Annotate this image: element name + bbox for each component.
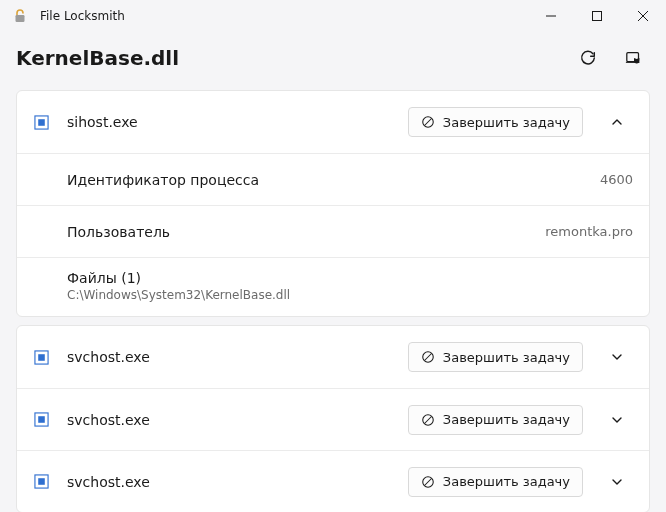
end-task-button[interactable]: Завершить задачу [408,405,583,435]
process-row[interactable]: svchost.exe Завершить задачу [17,326,649,388]
app-title: File Locksmith [40,9,125,23]
header: KernelBase.dll [0,38,666,78]
process-name: svchost.exe [67,412,150,428]
chevron-down-icon [611,351,623,363]
pid-label: Идентификатор процесса [67,172,259,188]
svg-rect-0 [16,15,25,22]
detail-pid-row: Идентификатор процесса 4600 [17,153,649,205]
minimize-button[interactable] [528,0,574,32]
prohibit-icon [421,115,435,129]
reload-button[interactable] [572,42,604,74]
chevron-up-icon [611,116,623,128]
end-task-label: Завершить задачу [443,350,570,365]
process-name: sihost.exe [67,114,138,130]
prohibit-icon [421,413,435,427]
prohibit-icon [421,475,435,489]
process-icon [33,474,49,490]
process-row[interactable]: svchost.exe Завершить задачу [17,388,649,450]
detail-user-row: Пользователь remontka.pro [17,205,649,257]
admin-restart-button[interactable] [618,42,650,74]
chevron-down-icon [611,414,623,426]
expander-toggle[interactable] [601,404,633,436]
expander-toggle[interactable] [601,106,633,138]
end-task-label: Завершить задачу [443,115,570,130]
process-icon [33,114,49,130]
window-controls [528,0,666,32]
titlebar: File Locksmith [0,0,666,32]
chevron-down-icon [611,476,623,488]
end-task-button[interactable]: Завершить задачу [408,467,583,497]
process-list[interactable]: sihost.exe Завершить задачу Идентификато… [0,78,666,512]
end-task-button[interactable]: Завершить задачу [408,342,583,372]
process-row[interactable]: svchost.exe Завершить задачу [17,450,649,512]
svg-rect-8 [38,354,45,361]
process-row[interactable]: sihost.exe Завершить задачу [17,91,649,153]
svg-rect-11 [38,416,45,423]
maximize-button[interactable] [574,0,620,32]
header-actions [572,42,650,74]
close-button[interactable] [620,0,666,32]
user-value: remontka.pro [545,224,633,239]
end-task-button[interactable]: Завершить задачу [408,107,583,137]
prohibit-icon [421,350,435,364]
expander-toggle[interactable] [601,466,633,498]
svg-rect-5 [38,119,45,126]
svg-rect-1 [593,12,602,21]
detail-files-row: Файлы (1) C:\Windows\System32\KernelBase… [17,257,649,316]
process-card: svchost.exe Завершить задачу svchost.exe… [16,325,650,512]
process-name: svchost.exe [67,349,150,365]
file-title: KernelBase.dll [16,46,179,70]
process-icon [33,412,49,428]
file-path: C:\Windows\System32\KernelBase.dll [67,288,633,302]
app-lock-icon [12,8,28,24]
process-icon [33,349,49,365]
process-card: sihost.exe Завершить задачу Идентификато… [16,90,650,317]
pid-value: 4600 [600,172,633,187]
svg-rect-14 [38,478,45,485]
expander-toggle[interactable] [601,341,633,373]
end-task-label: Завершить задачу [443,412,570,427]
end-task-label: Завершить задачу [443,474,570,489]
files-label: Файлы (1) [67,270,633,286]
user-label: Пользователь [67,224,170,240]
process-name: svchost.exe [67,474,150,490]
